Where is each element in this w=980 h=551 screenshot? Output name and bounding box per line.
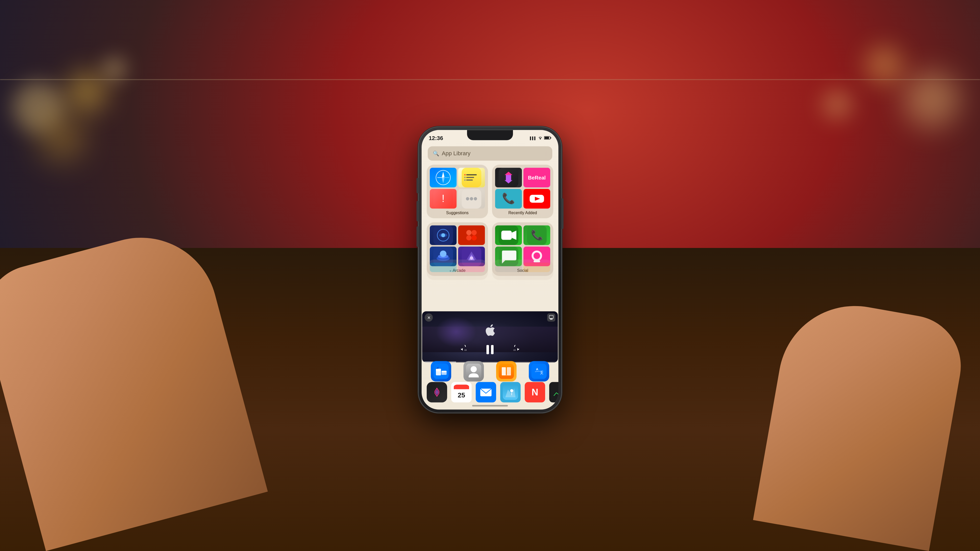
app-mail[interactable] bbox=[476, 382, 496, 403]
svg-text:15: 15 bbox=[514, 349, 516, 351]
app-translate[interactable]: A 文 bbox=[529, 361, 549, 382]
power-button[interactable] bbox=[562, 198, 563, 229]
volume-down-button[interactable] bbox=[417, 227, 418, 247]
app-translate-wrap: A 文 bbox=[525, 361, 553, 382]
pip-expand-button[interactable] bbox=[547, 313, 555, 322]
svg-point-41 bbox=[472, 235, 477, 241]
notch bbox=[467, 130, 513, 140]
bokeh-3 bbox=[38, 115, 84, 161]
app-news[interactable]: N bbox=[525, 382, 545, 403]
app-grid: ! Suggestions bbox=[427, 165, 553, 276]
bokeh-2 bbox=[66, 71, 107, 112]
app-files[interactable] bbox=[431, 361, 451, 382]
svg-point-73 bbox=[471, 366, 477, 372]
mute-button[interactable] bbox=[417, 178, 418, 193]
app-shortcuts[interactable] bbox=[495, 168, 522, 187]
folder-recently-added-grid: BeReal 📞 bbox=[495, 168, 550, 209]
svg-rect-13 bbox=[466, 179, 473, 181]
app-reminders[interactable] bbox=[458, 168, 485, 187]
app-feedback[interactable]: ! bbox=[430, 189, 457, 209]
svg-point-39 bbox=[472, 230, 477, 235]
partial-folder-1 bbox=[427, 260, 488, 280]
svg-rect-68 bbox=[436, 369, 441, 372]
app-contacts-wrap bbox=[460, 361, 488, 382]
pip-pause-button[interactable] bbox=[484, 343, 496, 356]
app-mail-wrap bbox=[476, 382, 496, 403]
svg-point-14 bbox=[464, 174, 466, 176]
app-maps-wrap bbox=[500, 382, 520, 403]
svg-point-56 bbox=[534, 252, 540, 259]
svg-marker-58 bbox=[461, 348, 463, 351]
volume-up-button[interactable] bbox=[417, 201, 418, 221]
app-stocks[interactable] bbox=[549, 382, 558, 403]
app-contacts[interactable] bbox=[463, 361, 484, 382]
partial-app-1 bbox=[430, 263, 457, 272]
pip-forward-button[interactable]: 15 bbox=[509, 344, 520, 355]
svg-point-20 bbox=[466, 197, 469, 200]
svg-rect-75 bbox=[502, 367, 506, 375]
svg-point-45 bbox=[440, 251, 447, 257]
search-bar[interactable]: 🔍 App Library bbox=[428, 146, 552, 161]
app-arcade-2[interactable] bbox=[458, 225, 485, 245]
svg-rect-12 bbox=[466, 177, 474, 178]
svg-rect-85 bbox=[454, 387, 469, 389]
partial-app-2 bbox=[458, 263, 485, 272]
app-stocks-wrap bbox=[549, 382, 558, 403]
app-news-wrap: N bbox=[525, 382, 545, 403]
search-placeholder: App Library bbox=[442, 150, 471, 157]
app-phone-recent[interactable]: 📞 bbox=[495, 189, 522, 209]
svg-text:!: ! bbox=[442, 192, 445, 204]
folder-suggestions[interactable]: ! Suggestions bbox=[427, 165, 488, 218]
svg-text:文: 文 bbox=[540, 371, 543, 375]
pip-rewind-button[interactable]: 15 bbox=[460, 344, 471, 355]
svg-rect-93 bbox=[552, 385, 558, 400]
bokeh-6 bbox=[822, 89, 853, 120]
svg-rect-60 bbox=[487, 345, 489, 354]
app-facetime[interactable] bbox=[495, 225, 522, 245]
app-books[interactable] bbox=[496, 361, 517, 382]
svg-point-22 bbox=[474, 197, 477, 200]
svg-point-21 bbox=[470, 197, 473, 200]
partial-row bbox=[427, 260, 553, 280]
app-calendar[interactable]: 25 bbox=[451, 382, 472, 403]
app-bereal[interactable]: BeReal bbox=[523, 168, 550, 187]
wifi-icon bbox=[538, 136, 542, 140]
bokeh-7 bbox=[102, 56, 127, 82]
pip-close-icon: ✕ bbox=[427, 315, 431, 320]
svg-rect-71 bbox=[442, 371, 447, 372]
svg-marker-62 bbox=[517, 348, 519, 351]
pip-close-button[interactable]: ✕ bbox=[425, 313, 433, 322]
svg-point-90 bbox=[510, 389, 513, 392]
svg-rect-3 bbox=[545, 137, 549, 139]
app-youtube[interactable] bbox=[523, 189, 550, 209]
folder-recently-added-label: Recently Added bbox=[495, 211, 550, 215]
partial-app-3 bbox=[495, 263, 522, 272]
status-time: 12:36 bbox=[429, 135, 443, 141]
pip-apple-logo bbox=[485, 324, 495, 340]
svg-text:15: 15 bbox=[465, 349, 467, 351]
app-files-wrap bbox=[427, 361, 455, 382]
app-maps[interactable] bbox=[500, 382, 520, 403]
app-dots[interactable] bbox=[458, 189, 485, 209]
svg-rect-2 bbox=[550, 137, 551, 138]
app-shortcuts-2[interactable] bbox=[427, 382, 447, 403]
app-phone-social[interactable]: 📞 bbox=[523, 225, 550, 245]
svg-point-38 bbox=[466, 230, 472, 235]
svg-text:BeReal: BeReal bbox=[528, 175, 546, 181]
battery-icon bbox=[544, 136, 551, 140]
bottom-row-2: 25 bbox=[427, 382, 553, 403]
svg-text:25: 25 bbox=[458, 391, 465, 399]
svg-rect-11 bbox=[466, 174, 477, 175]
app-shortcuts-wrap bbox=[427, 382, 447, 403]
pip-player[interactable]: 15 15 bbox=[422, 311, 558, 362]
signal-icon: ▌▌▌ bbox=[530, 137, 536, 140]
app-safari[interactable] bbox=[430, 168, 457, 187]
folder-recently-added[interactable]: BeReal 📞 bbox=[492, 165, 553, 218]
app-books-wrap bbox=[492, 361, 520, 382]
folder-suggestions-label: Suggestions bbox=[430, 211, 485, 215]
svg-rect-77 bbox=[502, 375, 511, 375]
folder-suggestions-grid: ! bbox=[430, 168, 485, 209]
partial-folder-2 bbox=[492, 260, 553, 280]
app-arcade-1[interactable] bbox=[430, 225, 457, 245]
svg-rect-49 bbox=[501, 230, 512, 240]
